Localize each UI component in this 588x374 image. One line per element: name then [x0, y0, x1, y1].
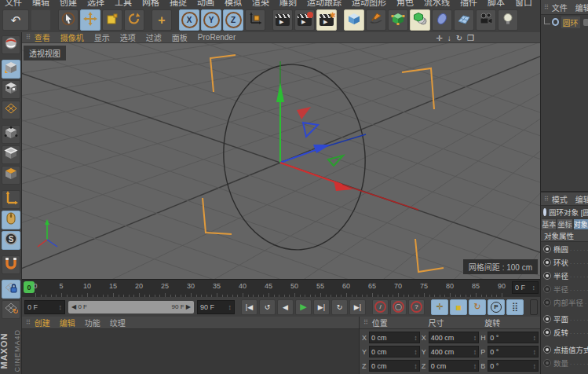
lock-x-button[interactable]: X	[179, 9, 199, 31]
panel-handle-icon[interactable]: ⠿	[544, 196, 549, 203]
rotate-tool-button[interactable]	[124, 9, 144, 31]
menu-选择[interactable]: 选择	[87, 0, 104, 8]
am-menu-edit[interactable]: 编辑	[575, 193, 588, 205]
panel-handle-icon[interactable]: ⠿	[26, 34, 31, 41]
tab-对象[interactable]: 对象	[573, 218, 588, 230]
keyframe-selection-button[interactable]: ?	[408, 299, 425, 315]
am-menu-mode[interactable]: 模式	[552, 193, 568, 205]
viewport-menu-ProRender[interactable]: ProRender	[198, 33, 236, 42]
menu-窗口[interactable]: 窗口	[515, 0, 532, 8]
floor-button[interactable]	[454, 9, 474, 31]
camera-button[interactable]	[476, 9, 496, 31]
menu-渲染[interactable]: 渲染	[252, 0, 269, 8]
object-manager-empty[interactable]	[541, 29, 588, 190]
menu-运动图形[interactable]: 运动图形	[352, 0, 386, 8]
playback-rate-button[interactable]	[530, 299, 538, 315]
redo-button[interactable]	[31, 9, 51, 31]
start-frame-field[interactable]: 0 F ↕	[24, 300, 65, 314]
goto-end-button[interactable]: ▶|	[349, 299, 366, 315]
menu-文件[interactable]: 文件	[5, 0, 22, 8]
viewport-menu-查看[interactable]: 查看	[35, 31, 50, 43]
property-数量[interactable]: 数量.........	[541, 356, 588, 369]
property-反转[interactable]: 反转.........	[541, 325, 588, 339]
spinner-icon[interactable]: ↕	[59, 303, 63, 311]
menu-角色[interactable]: 角色	[396, 0, 414, 8]
property-半径[interactable]: 半径.........	[541, 269, 588, 282]
enable-snap-button[interactable]	[2, 211, 20, 229]
coordinate-system-button[interactable]	[245, 9, 265, 31]
light-button[interactable]	[498, 9, 518, 31]
property-半径[interactable]: 半径.........	[541, 282, 588, 295]
pan-icon[interactable]: ✛	[436, 34, 442, 42]
material-menu-创建[interactable]: 创建	[35, 317, 50, 328]
material-menu-功能[interactable]: 功能	[85, 317, 100, 328]
make-editable-button[interactable]	[2, 60, 20, 79]
perspective-viewport[interactable]: ⠿ 查看摄像机显示选项过滤面板ProRender ✛↓↻❐ 透视视图 网格间距 …	[22, 32, 540, 279]
timeline-ruler[interactable]: 0 0 F ↕ 05101520253035404550556065707580…	[22, 279, 540, 298]
lock-y-button[interactable]: Y	[201, 9, 221, 31]
key-position-toggle[interactable]: ✛	[431, 299, 448, 315]
menu-模拟[interactable]: 模拟	[225, 0, 242, 8]
panel-handle-icon[interactable]: ⠿	[363, 319, 368, 326]
menu-插件[interactable]: 插件	[460, 0, 477, 8]
menu-流水线[interactable]: 流水线	[424, 0, 450, 8]
property-点插值方式[interactable]: 点插值方式	[541, 343, 588, 356]
rotate-workplane-button[interactable]: ↻	[2, 300, 20, 319]
prev-key-button[interactable]: ↺	[259, 299, 276, 315]
key-scale-toggle[interactable]: ◼	[450, 299, 467, 315]
coord-input[interactable]: 400 cm↕	[429, 332, 480, 343]
object-name[interactable]: 圆环	[561, 16, 580, 28]
axis-mode-button[interactable]	[2, 190, 20, 209]
menu-动画[interactable]: 动画	[197, 0, 214, 8]
material-menu-纹理[interactable]: 纹理	[110, 317, 126, 328]
panel-handle-icon[interactable]: ⠿	[26, 319, 31, 326]
property-内部半径[interactable]: 内部半径.........	[541, 295, 588, 309]
material-menu-编辑[interactable]: 编辑	[60, 317, 75, 328]
viewport-menu-选项[interactable]: 选项	[120, 31, 136, 43]
autokey-button[interactable]: ◯	[390, 299, 407, 315]
menu-网格[interactable]: 网格	[142, 0, 159, 8]
menu-工具[interactable]: 工具	[115, 0, 132, 8]
next-key-button[interactable]: ↻	[331, 299, 348, 315]
coord-input[interactable]: 0 °↕	[488, 332, 539, 343]
key-parameter-toggle[interactable]: P	[488, 299, 505, 315]
coord-input[interactable]: 0 cm↕	[369, 346, 420, 358]
deformers-button[interactable]	[432, 9, 452, 31]
coord-input[interactable]: 0 cm↕	[369, 360, 420, 372]
live-selection-button[interactable]	[58, 9, 79, 31]
primitive-cube-button[interactable]	[344, 9, 364, 31]
render-view-button[interactable]: ▶	[272, 9, 293, 31]
coord-input[interactable]: 0 °↕	[488, 346, 539, 358]
viewport-canvas[interactable]	[22, 43, 540, 279]
current-frame-field[interactable]: 0 F ↕	[512, 281, 539, 294]
coord-input[interactable]: 0 cm↕	[429, 360, 480, 372]
lock-z-button[interactable]: Z	[223, 9, 243, 31]
layer-chip-icon[interactable]	[583, 19, 588, 26]
render-settings-button[interactable]: ▶✱	[316, 9, 337, 31]
panel-handle-icon[interactable]: ⠿	[544, 4, 549, 11]
tab-坐标[interactable]: 坐标	[557, 218, 572, 230]
subdivision-surface-button[interactable]	[388, 9, 408, 31]
render-picture-viewer-button[interactable]: ▶	[294, 9, 315, 31]
next-frame-button[interactable]: ▶|	[313, 299, 330, 315]
workplane-mode-button[interactable]	[2, 101, 20, 119]
viewport-menu-过滤[interactable]: 过滤	[146, 31, 162, 43]
prev-frame-button[interactable]: ◀	[277, 299, 294, 315]
goto-start-button[interactable]: |◀	[241, 299, 257, 315]
soft-selection-button[interactable]: S	[2, 231, 20, 250]
view-label[interactable]: 透视视图	[24, 46, 66, 60]
viewport-menu-面板[interactable]: 面板	[172, 31, 188, 43]
viewport-menu-显示[interactable]: 显示	[94, 31, 110, 43]
key-rotation-toggle[interactable]: ↻	[469, 299, 486, 315]
end-frame-field[interactable]: 90 F ↕	[197, 300, 235, 314]
spline-pen-button[interactable]	[366, 9, 386, 31]
points-mode-button[interactable]	[2, 125, 20, 144]
last-tool-button[interactable]: +	[152, 9, 172, 31]
orbit-icon[interactable]: ↻	[456, 34, 462, 42]
record-keyframe-button[interactable]: /	[372, 299, 389, 315]
coord-input[interactable]: 0 °↕	[488, 360, 539, 372]
menu-运动跟踪[interactable]: 运动跟踪	[307, 0, 341, 8]
menu-雕刻[interactable]: 雕刻	[279, 0, 297, 8]
edges-mode-button[interactable]	[2, 145, 20, 164]
menu-脚本[interactable]: 脚本	[488, 0, 505, 8]
